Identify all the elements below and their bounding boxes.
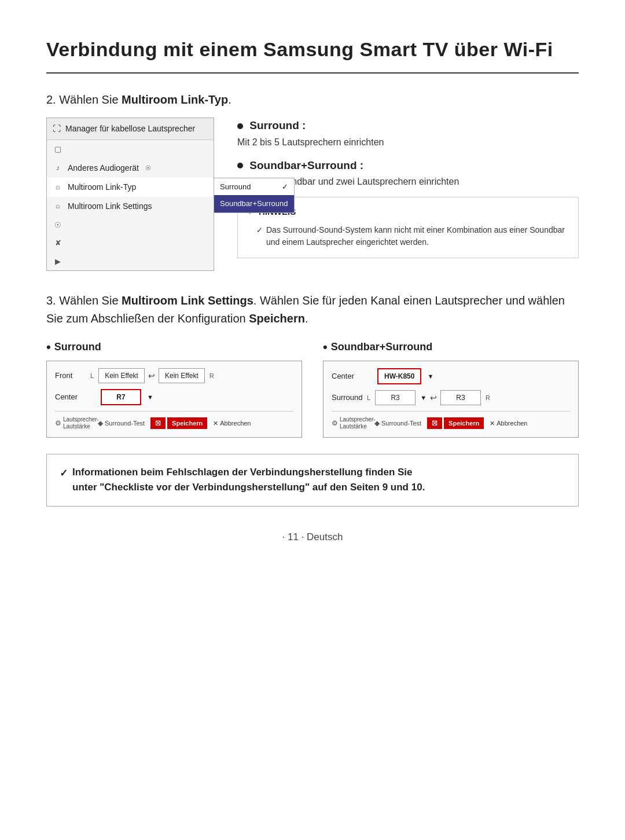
sb-center-label: Center — [332, 371, 363, 382]
note-check-icon: ✓ — [60, 466, 68, 496]
row1-icon: ▢ — [53, 144, 63, 155]
step2-container: ⛶ Manager für kabellose Lautsprecher ▢ ♪… — [46, 118, 579, 271]
sb-surround-right-btn[interactable]: R3 — [440, 390, 481, 405]
menu-row-6: ✘ — [47, 234, 214, 252]
row6-icon: ✘ — [53, 237, 63, 249]
center-label: Center — [55, 391, 87, 403]
menu-header-icon: ⛶ — [53, 123, 61, 135]
row3-icon: ☼ — [53, 181, 63, 193]
save-label[interactable]: Speichern — [167, 417, 207, 430]
menu-row-multiroom-typ[interactable]: ☼ Multiroom Link-Typ Surround ✓ Soundbar… — [47, 178, 214, 197]
footer-test-btn[interactable]: ◆ Surround-Test — [98, 418, 145, 428]
sb-save-label[interactable]: Speichern — [444, 417, 484, 430]
cancel-x-icon: ✕ — [213, 419, 218, 428]
menu-header: ⛶ Manager für kabellose Lautsprecher — [47, 118, 214, 140]
sb-test-label: Surround-Test — [381, 419, 421, 428]
note-text-line1: Informationen beim Fehlschlagen der Verb… — [72, 465, 425, 480]
hinweis-check-mark: ✓ — [256, 225, 263, 248]
sb-vol-icon: ⚙ — [332, 418, 338, 428]
sb-cancel-label: Abbrechen — [497, 419, 527, 428]
option-surround-desc: Mit 2 bis 5 Lautsprechern einrichten — [237, 135, 579, 149]
center-btn[interactable]: R7 — [101, 389, 141, 405]
soundbar-footer: ⚙ Lautsprecher-Lautstärke ◆ Surround-Tes… — [332, 411, 570, 430]
surround-panel-title: Surround — [46, 339, 302, 355]
surround-footer: ⚙ Lautsprecher-Lautstärke ◆ Surround-Tes… — [55, 411, 293, 430]
note-text: Informationen beim Fehlschlagen der Verb… — [72, 465, 425, 496]
menu-row-7: ▶ — [47, 252, 214, 271]
soundbar-settings-box: Center HW-K850 ▼ Surround L R3 ▼ ↩ R3 R … — [323, 361, 579, 438]
sb-surround-r-label: R — [486, 393, 490, 403]
bullet-dot-2 — [237, 163, 243, 168]
sb-footer-vol-btn[interactable]: ⚙ Lautsprecher-Lautstärke — [332, 416, 369, 430]
sb-surround-left-btn[interactable]: R3 — [375, 390, 416, 405]
checkmark-icon: ✓ — [282, 181, 288, 193]
sb-center-arrow: ▼ — [427, 372, 433, 382]
front-l-label: L — [90, 371, 94, 381]
option-soundbar-title: Soundbar+Surround : — [237, 157, 579, 174]
sb-center-row: Center HW-K850 ▼ — [332, 368, 570, 384]
front-label: Front — [55, 370, 87, 382]
row4-icon: ☼ — [53, 200, 63, 212]
option-surround: Surround : Mit 2 bis 5 Lautsprechern ein… — [237, 118, 579, 149]
sb-test-icon: ◆ — [374, 418, 380, 428]
surround-panels: Surround Front L Kein Effekt ↩ Kein Effe… — [46, 339, 579, 438]
option-surround-title-text: Surround : — [249, 119, 306, 131]
step2-label: 2. Wählen Sie Multiroom Link-Typ. — [46, 91, 579, 108]
save-icon: ☒ — [150, 417, 166, 430]
test-label: Surround-Test — [105, 419, 145, 428]
surround-settings-box: Front L Kein Effekt ↩ Kein Effekt R Cent… — [46, 361, 302, 438]
hinweis-check-item: ✓ Das Surround-Sound-System kann nicht m… — [256, 224, 569, 248]
page-title: Verbindung mit einem Samsung Smart TV üb… — [46, 35, 579, 74]
menu-row-multiroom-settings[interactable]: ☼ Multiroom Link Settings — [47, 197, 214, 216]
submenu: Surround ✓ Soundbar+Surround — [214, 178, 295, 213]
vol-icon: ⚙ — [55, 418, 61, 428]
soundbar-surround-panel: Soundbar+Surround Center HW-K850 ▼ Surro… — [323, 339, 579, 438]
sb-save-icon: ☒ — [427, 417, 442, 430]
submenu-soundbar[interactable]: Soundbar+Surround — [214, 195, 294, 212]
front-left-btn[interactable]: Kein Effekt — [98, 368, 145, 383]
sb-footer-test-btn[interactable]: ◆ Surround-Test — [374, 418, 421, 428]
submenu-surround[interactable]: Surround ✓ — [214, 178, 294, 196]
sb-footer-cancel-btn[interactable]: ✕ Abbrechen — [490, 419, 527, 428]
menu-row-2: ♪ Anderes Audiogerät ☉ — [47, 159, 214, 178]
sb-left-arrow: ▼ — [420, 393, 427, 403]
option-surround-title: Surround : — [237, 118, 579, 134]
surround-center-row: Center R7 ▼ — [55, 389, 293, 405]
sb-vol-label: Lautsprecher-Lautstärke — [340, 416, 369, 430]
menu-box: ⛶ Manager für kabellose Lautsprecher ▢ ♪… — [46, 118, 214, 271]
menu-header-text: Manager für kabellose Lautsprecher — [65, 123, 195, 135]
vol-label: Lautsprecher-Lautstärke — [63, 416, 92, 430]
front-r-label: R — [209, 371, 214, 381]
hinweis-text: ✓ Das Surround-Sound-System kann nicht m… — [247, 224, 569, 248]
sb-cancel-x-icon: ✕ — [490, 419, 495, 428]
submenu-soundbar-label: Soundbar+Surround — [220, 199, 288, 208]
cancel-label: Abbrechen — [220, 419, 251, 428]
sb-surround-label: Surround — [332, 392, 363, 404]
sb-surround-arrow: ↩ — [430, 392, 437, 404]
front-right-btn[interactable]: Kein Effekt — [159, 368, 205, 383]
step3-label: 3. Wählen Sie Multiroom Link Settings. W… — [46, 292, 579, 328]
center-arrow-icon: ▼ — [147, 393, 153, 402]
hinweis-item-text: Das Surround-Sound-System kann nicht mit… — [266, 224, 569, 248]
surround-front-row: Front L Kein Effekt ↩ Kein Effekt R — [55, 368, 293, 383]
soundbar-panel-title: Soundbar+Surround — [323, 339, 579, 355]
footer-vol-btn[interactable]: ⚙ Lautsprecher-Lautstärke — [55, 416, 92, 430]
sb-surround-row: Surround L R3 ▼ ↩ R3 R — [332, 390, 570, 405]
note-box-inner: ✓ Informationen beim Fehlschlagen der Ve… — [60, 465, 565, 496]
footer-cancel-btn[interactable]: ✕ Abbrechen — [213, 419, 251, 428]
page-footer: · 11 · Deutsch — [46, 530, 579, 545]
menu-row-5: ☉ — [47, 216, 214, 234]
sb-footer-save-btn[interactable]: ☒ Speichern — [427, 417, 484, 430]
row2-text: Anderes Audiogerät — [68, 162, 139, 174]
row2-icon: ♪ — [53, 162, 63, 174]
bullet-dot-1 — [237, 123, 243, 129]
submenu-surround-label: Surround — [220, 181, 251, 193]
note-text-line2: unter "Checkliste vor der Verbindungsher… — [72, 480, 425, 495]
option-soundbar-title-text: Soundbar+Surround : — [249, 159, 363, 171]
footer-save-btn[interactable]: ☒ Speichern — [150, 417, 207, 430]
sb-center-btn[interactable]: HW-K850 — [377, 368, 421, 384]
note-box: ✓ Informationen beim Fehlschlagen der Ve… — [46, 454, 579, 507]
row5-icon: ☉ — [53, 219, 63, 231]
test-icon: ◆ — [98, 418, 103, 428]
menu-row-1: ▢ — [47, 140, 214, 159]
